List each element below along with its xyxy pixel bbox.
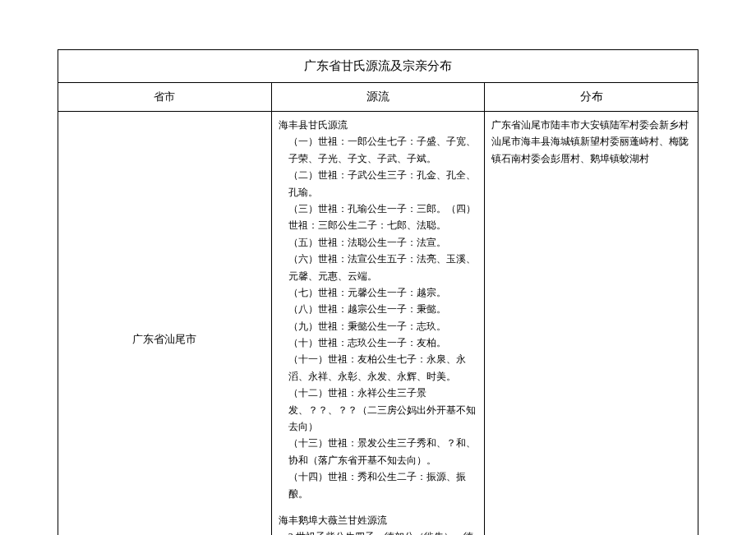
cell-distribution: 广东省汕尾市陆丰市大安镇陆军村委会新乡村 汕尾市海丰县海城镇新望村委丽蓬峙村、梅… bbox=[485, 112, 698, 536]
origin-line: 2 世祖子柴公生四子：德恕公（徙先）、德开公（）、德魁公（）、德贵公（徙亮）。 bbox=[279, 528, 478, 535]
origin-line: （五）世祖：法聪公生一子：法宣。 bbox=[279, 234, 478, 251]
header-region-label: 省市 bbox=[154, 90, 175, 103]
origin-line: （六）世祖：法宣公生五子：法亮、玉溪、元馨、元惠、云端。 bbox=[279, 251, 478, 284]
origin-line: （十四）世祖：秀和公生二子：振源、振酿。 bbox=[279, 468, 478, 502]
origin-line: （十三）世祖：景发公生三子秀和、？和、协和（落广东省开基不知去向）。 bbox=[279, 435, 478, 468]
origin-line: （十二）世祖：永祥公生三子景发、？？、？？（二三房公妈出外开基不知去向） bbox=[279, 385, 478, 435]
origin-line: （三）世祖：孔瑜公生一子：三郎。（四）世祖：三郎公生二子：七郎、法聪。 bbox=[279, 201, 478, 234]
table-title-cell: 广东省甘氏源流及宗亲分布 bbox=[58, 50, 698, 83]
main-table: 广东省甘氏源流及宗亲分布 省市 源流 分布 广东省汕尾市 海丰县甘氏源流 （一）… bbox=[58, 49, 698, 535]
header-distribution-label: 分布 bbox=[580, 90, 603, 103]
document-page: 广东省甘氏源流及宗亲分布 省市 源流 分布 广东省汕尾市 海丰县甘氏源流 （一）… bbox=[0, 0, 756, 535]
origin-line: （七）世祖：元馨公生一子：越宗。 bbox=[279, 284, 478, 301]
header-origin-label: 源流 bbox=[366, 90, 390, 103]
region-text: 广东省汕尾市 bbox=[132, 333, 196, 345]
distribution-content: 广东省汕尾市陆丰市大安镇陆军村委会新乡村 汕尾市海丰县海城镇新望村委丽蓬峙村、梅… bbox=[491, 117, 691, 167]
origin-line: （十一）世祖：友柏公生七子：永泉、永滔、永祥、永彰、永发、永辉、时美。 bbox=[279, 351, 478, 385]
origin-line: （八）世祖：越宗公生一子：秉懿。 bbox=[279, 301, 478, 317]
origin-line: （二）世祖：子武公生三子：孔金、孔全、孔瑜。 bbox=[279, 167, 478, 201]
header-distribution: 分布 bbox=[485, 83, 698, 112]
origin-content: 海丰县甘氏源流 （一）世祖：一郎公生七子：子盛、子宽、子荣、子光、子文、子武、子… bbox=[279, 117, 478, 535]
header-region: 省市 bbox=[58, 83, 272, 112]
origin-line: （一）世祖：一郎公生七子：子盛、子宽、子荣、子光、子文、子武、子斌。 bbox=[279, 133, 478, 167]
origin-line: （十）世祖：志玖公生一子：友柏。 bbox=[279, 334, 478, 351]
distribution-line: 广东省汕尾市陆丰市大安镇陆军村委会新乡村 bbox=[491, 117, 691, 133]
origin-section1-title: 海丰县甘氏源流 bbox=[279, 117, 478, 133]
origin-line: （九）世祖：秉懿公生一子：志玖。 bbox=[279, 318, 478, 334]
origin-section2-title: 海丰鹅埠大薇兰甘姓源流 bbox=[279, 512, 478, 528]
table-row: 广东省汕尾市 海丰县甘氏源流 （一）世祖：一郎公生七子：子盛、子宽、子荣、子光、… bbox=[58, 112, 698, 536]
cell-origin: 海丰县甘氏源流 （一）世祖：一郎公生七子：子盛、子宽、子荣、子光、子文、子武、子… bbox=[271, 112, 485, 536]
cell-region: 广东省汕尾市 bbox=[58, 112, 272, 536]
table-title: 广东省甘氏源流及宗亲分布 bbox=[304, 59, 452, 72]
header-origin: 源流 bbox=[271, 83, 485, 112]
distribution-line: 汕尾市海丰县海城镇新望村委丽蓬峙村、梅陇镇石南村委会彭厝村、鹅埠镇蛟湖村 bbox=[491, 133, 691, 167]
